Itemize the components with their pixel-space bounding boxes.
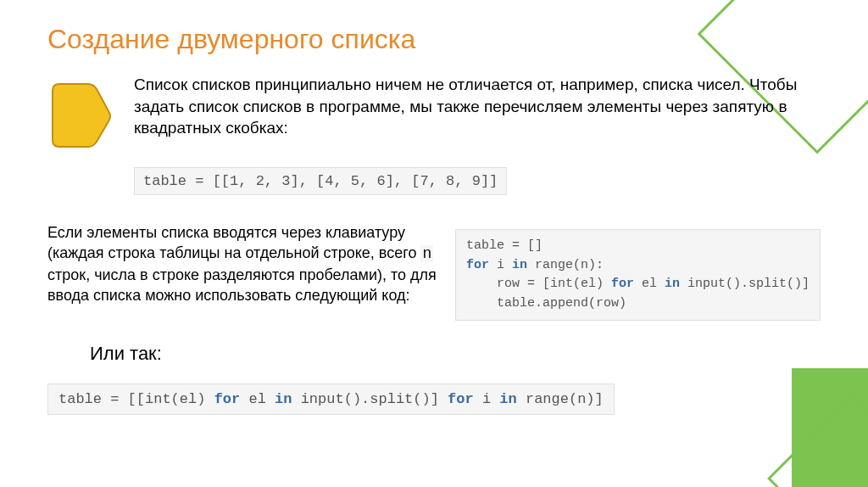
- text-segment: Если элементы списка вводятся через клав…: [47, 224, 420, 261]
- code-text: el: [240, 391, 275, 407]
- code-example-2: table = [] for i in range(n): row = [int…: [455, 229, 821, 321]
- code-keyword: in: [499, 391, 516, 407]
- code-keyword: in: [665, 277, 680, 291]
- slide-content: Создание двумерного списка Список списко…: [0, 0, 868, 432]
- code-keyword: for: [448, 391, 474, 407]
- code-text: [[1, 2, 3], [4, 5, 6], [7, 8, 9]]: [213, 173, 498, 189]
- code-keyword: for: [611, 277, 634, 291]
- code-keyword: in: [512, 258, 527, 272]
- code-keyword: for: [214, 391, 241, 407]
- code-line: table = []: [466, 238, 542, 253]
- code-text: el: [634, 277, 665, 291]
- code-text: table =: [143, 173, 213, 189]
- code-keyword: in: [275, 391, 292, 407]
- code-text: i: [474, 391, 500, 407]
- code-text: range(n)]: [517, 391, 604, 407]
- code-example-1: table = [[1, 2, 3], [4, 5, 6], [7, 8, 9]…: [134, 167, 507, 195]
- or-label: Или так:: [90, 343, 821, 365]
- code-keyword: for: [466, 258, 489, 272]
- code-example-3: table = [[int(el) for el in input().spli…: [47, 383, 615, 415]
- code-text: table = [[int(el): [58, 391, 214, 407]
- code-text: input().split()]: [680, 277, 810, 291]
- mid-paragraph: Если элементы списка вводятся через клав…: [47, 222, 438, 321]
- mid-row: Если элементы списка вводятся через клав…: [47, 222, 821, 321]
- code-text: range(n):: [527, 258, 604, 272]
- text-segment: строк, числа в строке разделяются пробел…: [47, 266, 437, 304]
- intro-row: Список списков принципиально ничем не от…: [47, 74, 821, 150]
- inline-code: n: [420, 245, 433, 262]
- slide-title: Создание двумерного списка: [47, 24, 821, 55]
- code-line: table.append(row): [466, 296, 626, 311]
- hexagon-arrow-icon: [47, 79, 114, 150]
- code-text: row = [int(el): [466, 277, 611, 291]
- code-text: input().split()]: [292, 391, 448, 407]
- intro-paragraph: Список списков принципиально ничем не от…: [134, 74, 821, 139]
- code-text: i: [489, 258, 512, 272]
